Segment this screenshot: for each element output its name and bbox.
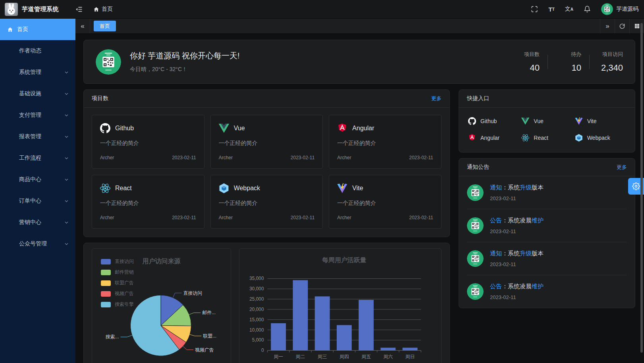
shortcut-label: Vite [587, 118, 597, 124]
header-actions: TT 文A [531, 3, 638, 15]
tab-home[interactable]: 首页 [94, 21, 116, 31]
project-card-angular[interactable]: Angular一个正经的简介Archer2023-02-11 [329, 115, 442, 169]
sidebar-item-2[interactable]: 系统管理 [0, 62, 75, 83]
font-size-icon[interactable]: TT [548, 6, 554, 13]
sidebar: 首页作者动态系统管理基础设施支付管理报表管理工作流程商品中心订单中心营销中心公众… [0, 19, 75, 363]
project-desc: 一个正经的简介 [337, 200, 433, 207]
project-card-react[interactable]: React一个正经的简介Archer2023-02-11 [92, 175, 204, 229]
top-header: 芋道管理系统 首页 TT 文A [0, 0, 644, 19]
sidebar-item-label: 支付管理 [19, 112, 41, 119]
chevron-down-icon [64, 134, 69, 139]
bar-周二[interactable] [293, 280, 308, 350]
notices-more-link[interactable]: 更多 [617, 164, 627, 171]
home-icon [93, 6, 99, 12]
pie-chart-panel: 用户访问来源 直接访问邮件营销联盟广告视频广告搜索引擎 直接访问邮件...联盟.… [92, 248, 231, 363]
shortcut-vite[interactable]: Vite [574, 117, 627, 125]
page-content: 你好 芋道源码 祝你开心每一天! 今日晴，20°C - 32°C！ 项目数 40… [75, 34, 644, 363]
shortcut-webpack[interactable]: Webpack [574, 134, 627, 142]
notice-title: 公告：系统凌晨维护 [490, 283, 544, 290]
bar-周日[interactable] [403, 348, 418, 350]
project-desc: 一个正经的简介 [219, 200, 315, 207]
shortcut-github[interactable]: Github [467, 117, 520, 125]
welcome-weather: 今日晴，20°C - 32°C！ [130, 66, 240, 73]
x-tick-label: 周四 [339, 354, 349, 359]
sidebar-item-8[interactable]: 订单中心 [0, 190, 75, 212]
fullscreen-icon[interactable] [531, 6, 538, 13]
charts-card: 用户访问来源 直接访问邮件营销联盟广告视频广告搜索引擎 直接访问邮件...联盟.… [83, 243, 450, 363]
bar-周三[interactable] [315, 296, 330, 350]
stat-visits: 项目访问 2,340 [598, 51, 623, 73]
scrollbar-thumb[interactable] [640, 23, 643, 353]
sidebar-item-label: 首页 [17, 26, 28, 33]
bell-icon[interactable] [584, 6, 591, 13]
sidebar-item-7[interactable]: 商品中心 [0, 169, 75, 190]
bar-周五[interactable] [359, 300, 374, 350]
refresh-icon[interactable] [615, 19, 629, 33]
project-card-github[interactable]: Github一个正经的简介Archer2023-02-11 [92, 115, 204, 169]
sidebar-item-1[interactable]: 作者动态 [0, 40, 75, 62]
username: 芋道源码 [616, 6, 638, 13]
project-name: Vite [352, 185, 363, 192]
locale-icon[interactable]: 文A [565, 6, 573, 13]
bar-周一[interactable] [271, 323, 286, 350]
sidebar-item-9[interactable]: 营销中心 [0, 212, 75, 233]
pie-label-line [173, 293, 182, 298]
y-tick-label: 10,000 [249, 327, 264, 333]
notice-title: 公告：系统凌晨维护 [490, 217, 544, 224]
app-root: 芋道管理系统 首页 TT 文A [0, 0, 644, 363]
bar-chart: 每周用户活跃量05,00010,00015,00020,00025,00030,… [239, 249, 441, 363]
pie-label: 直接访问 [183, 290, 202, 296]
chevron-down-icon [64, 156, 69, 161]
sidebar-item-3[interactable]: 基础设施 [0, 83, 75, 104]
notices-card: 通知公告 更多 通知：系统升级版 [459, 158, 635, 308]
tabs: 首页 [90, 21, 600, 31]
pie-label: 搜索... [106, 334, 119, 340]
notice-item-2[interactable]: 通知：系统升级版本2023-02-11 [467, 242, 627, 275]
x-tick-label: 周五 [361, 354, 371, 359]
chevron-down-icon [64, 199, 69, 204]
user-menu[interactable]: 芋道源码 [601, 3, 638, 15]
welcome-greeting: 你好 芋道源码 祝你开心每一天! [130, 50, 240, 61]
shortcut-label: Github [480, 118, 497, 124]
gear-icon [632, 182, 640, 190]
breadcrumb[interactable]: 首页 [93, 6, 113, 13]
chevron-down-icon [64, 70, 69, 75]
project-date: 2023-02-11 [291, 155, 315, 160]
sidebar-item-10[interactable]: 公众号管理 [0, 233, 75, 255]
notice-avatar [467, 217, 484, 234]
bar-周四[interactable] [337, 325, 352, 351]
notice-date: 2023-02-11 [490, 195, 544, 201]
github-icon [468, 117, 476, 125]
notice-avatar [467, 250, 484, 267]
sidebar-item-4[interactable]: 支付管理 [0, 104, 75, 126]
welcome-card: 你好 芋道源码 祝你开心每一天! 今日晴，20°C - 32°C！ 项目数 40… [83, 40, 635, 84]
stat-divider [589, 55, 590, 69]
welcome-avatar [96, 49, 121, 75]
tab-bar: « 首页 » [75, 19, 644, 34]
sidebar-item-5[interactable]: 报表管理 [0, 126, 75, 147]
shortcut-vue[interactable]: Vue [520, 117, 573, 125]
project-card-vite[interactable]: Vite一个正经的简介Archer2023-02-11 [329, 175, 442, 229]
project-card-webpack[interactable]: Webpack一个正经的简介Archer2023-02-11 [210, 175, 323, 229]
tabs-scroll-left-icon[interactable]: « [75, 19, 90, 33]
react-icon [521, 134, 529, 142]
notice-item-3[interactable]: 公告：系统凌晨维护2023-02-11 [467, 275, 627, 308]
shortcut-react[interactable]: React [520, 134, 573, 142]
projects-more-link[interactable]: 更多 [431, 95, 442, 102]
pie-label-line [120, 335, 132, 337]
sidebar-item-0[interactable]: 首页 [0, 19, 75, 40]
notice-item-0[interactable]: 通知：系统升级版本2023-02-11 [467, 176, 627, 209]
project-desc: 一个正经的简介 [100, 140, 196, 147]
shortcut-angular[interactable]: Angular [467, 134, 520, 142]
bar-周六[interactable] [381, 348, 396, 350]
notice-item-1[interactable]: 公告：系统凌晨维护2023-02-11 [467, 209, 627, 242]
sidebar-item-6[interactable]: 工作流程 [0, 147, 75, 169]
project-date: 2023-02-11 [409, 215, 433, 220]
sidebar-item-label: 基础设施 [19, 90, 41, 97]
project-desc: 一个正经的简介 [219, 140, 315, 147]
tabs-scroll-right-icon[interactable]: » [600, 19, 615, 33]
pie-label: 联盟... [203, 333, 216, 339]
menu-fold-icon[interactable] [75, 6, 83, 13]
y-tick-label: 5,000 [252, 337, 264, 343]
project-card-vue[interactable]: Vue一个正经的简介Archer2023-02-11 [210, 115, 323, 169]
